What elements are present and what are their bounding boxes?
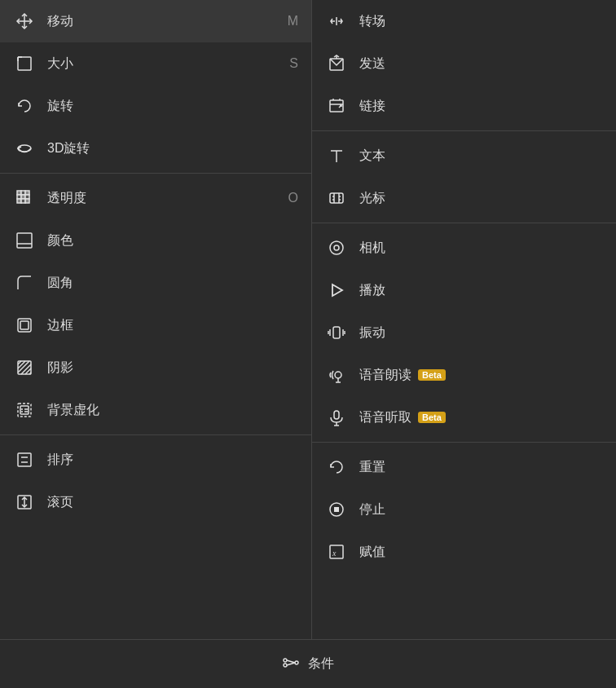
text-icon	[325, 144, 348, 167]
menu-item-color[interactable]: 颜色	[0, 219, 311, 262]
shadow-label: 阴影	[47, 359, 73, 377]
menu-item-stt[interactable]: 语音听取 Beta	[312, 396, 616, 439]
svg-rect-18	[20, 321, 29, 329]
assign-label: 赋值	[359, 544, 385, 561]
resize-icon	[13, 52, 36, 75]
move-shortcut: M	[288, 14, 298, 29]
stt-icon	[325, 406, 348, 429]
transition-label: 转场	[359, 13, 385, 30]
svg-rect-14	[25, 199, 29, 203]
menu-item-reset[interactable]: 重置	[312, 446, 616, 488]
color-icon	[13, 229, 36, 252]
menu-item-camera[interactable]: 相机	[312, 227, 616, 269]
right-panel: 转场 发送	[312, 0, 616, 639]
menu-item-text[interactable]: 文本	[312, 135, 616, 177]
menu-item-stop[interactable]: 停止	[312, 488, 616, 531]
svg-point-62	[335, 372, 341, 378]
tts-label: 语音朗读	[359, 367, 411, 384]
sort-label: 排序	[47, 452, 73, 469]
svg-rect-65	[334, 411, 339, 419]
menu-item-transition[interactable]: 转场	[312, 0, 616, 42]
divider-4	[312, 223, 616, 223]
tts-icon	[325, 364, 348, 386]
svg-rect-69	[334, 507, 339, 512]
svg-line-75	[287, 660, 295, 663]
opacity-icon	[13, 187, 36, 209]
menu-item-move[interactable]: 移动 M	[0, 0, 311, 42]
link-icon	[325, 95, 348, 117]
camera-label: 相机	[359, 240, 385, 257]
menu-item-opacity[interactable]: 透明度 O	[0, 177, 311, 219]
send-icon	[325, 52, 348, 75]
svg-point-73	[284, 664, 287, 667]
svg-line-76	[287, 663, 295, 665]
assign-icon: x	[325, 540, 348, 563]
stop-label: 停止	[359, 501, 385, 518]
svg-rect-32	[18, 453, 31, 466]
menu-item-send[interactable]: 发送	[312, 42, 616, 85]
svg-point-55	[334, 245, 339, 250]
send-label: 发送	[359, 55, 385, 73]
scroll-icon	[13, 491, 36, 514]
text-label: 文本	[359, 148, 385, 165]
left-panel: 移动 M 大小 S 旋转	[0, 0, 312, 639]
menu-item-radius[interactable]: 圆角	[0, 262, 311, 304]
svg-rect-2	[18, 57, 31, 70]
vibrate-icon	[325, 321, 348, 344]
condition-icon	[282, 654, 300, 675]
tts-beta-badge: Beta	[418, 369, 446, 381]
menu-item-link[interactable]: 链接	[312, 85, 616, 127]
footer[interactable]: 条件	[0, 639, 616, 688]
move-label: 移动	[47, 13, 73, 30]
color-label: 颜色	[47, 232, 73, 249]
divider-5	[312, 442, 616, 443]
reset-icon	[325, 456, 348, 479]
menu-item-shadow[interactable]: 阴影	[0, 346, 311, 389]
svg-rect-15	[17, 233, 32, 248]
radius-icon	[13, 271, 36, 294]
rotate3d-label: 3D旋转	[47, 140, 90, 157]
menu-item-blur[interactable]: 背景虚化	[0, 389, 311, 431]
main-content: 移动 M 大小 S 旋转	[0, 0, 616, 639]
stt-beta-badge: Beta	[418, 412, 446, 423]
menu-item-rotate3d[interactable]: 3D旋转	[0, 127, 311, 170]
play-icon	[325, 279, 348, 302]
menu-item-sort[interactable]: 排序	[0, 439, 311, 481]
svg-point-72	[284, 659, 287, 662]
stt-label: 语音听取	[359, 409, 411, 426]
svg-marker-56	[332, 284, 342, 296]
divider-1	[0, 173, 311, 174]
svg-text:x: x	[332, 549, 337, 558]
cursor-label: 光标	[359, 190, 385, 207]
opacity-shortcut: O	[288, 191, 298, 205]
reset-label: 重置	[359, 459, 385, 476]
rotate-label: 旋转	[47, 98, 73, 115]
svg-line-21	[18, 361, 25, 368]
play-label: 播放	[359, 282, 385, 299]
svg-rect-47	[330, 193, 343, 203]
menu-item-rotate[interactable]: 旋转	[0, 85, 311, 127]
shadow-icon	[13, 356, 36, 379]
footer-label: 条件	[308, 655, 334, 673]
menu-item-scroll[interactable]: 滚页	[0, 481, 311, 523]
menu-item-border[interactable]: 边框	[0, 304, 311, 346]
resize-label: 大小	[47, 55, 73, 73]
border-label: 边框	[47, 317, 73, 334]
sort-icon	[13, 448, 36, 471]
cursor-icon	[325, 187, 348, 209]
menu-item-resize[interactable]: 大小 S	[0, 42, 311, 85]
blur-label: 背景虚化	[47, 402, 99, 419]
menu-item-cursor[interactable]: 光标	[312, 177, 616, 219]
menu-item-tts[interactable]: 语音朗读 Beta	[312, 354, 616, 396]
menu-item-vibrate[interactable]: 振动	[312, 311, 616, 354]
divider-2	[0, 434, 311, 435]
radius-label: 圆角	[47, 275, 73, 292]
rotate-icon	[13, 95, 36, 117]
svg-rect-27	[20, 406, 29, 414]
svg-rect-57	[333, 327, 340, 338]
blur-icon	[13, 399, 36, 421]
move-icon	[13, 10, 36, 33]
menu-item-play[interactable]: 播放	[312, 269, 616, 311]
menu-item-assign[interactable]: x 赋值	[312, 531, 616, 573]
scroll-label: 滚页	[47, 494, 73, 511]
